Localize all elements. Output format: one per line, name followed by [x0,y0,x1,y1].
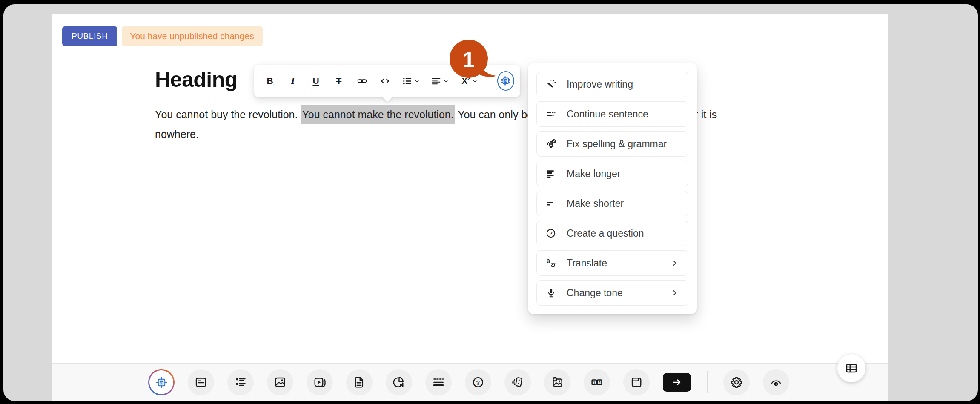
selected-text: You cannot make the revolution. [301,105,455,124]
block-continue-button[interactable] [663,373,691,392]
menu-item-label: Translate [567,258,607,269]
svg-text:a: a [547,258,550,264]
spellcheck-pen-icon [545,138,556,149]
paragraph-text: You cannot buy the revolution. [155,109,301,120]
superscript-button[interactable]: X2 [456,71,483,91]
block-add-image-button[interactable] [544,369,570,395]
superscript-icon: X2 [461,76,470,86]
steps-block-icon: 12 [590,376,603,389]
tab-block-icon [630,376,643,389]
microphone-icon [545,287,556,298]
strikethrough-button[interactable]: T [329,71,349,91]
unpublished-changes-notice: You have unpublished changes [122,26,263,46]
publish-button[interactable]: PUBLISH [62,26,117,46]
block-flashcards-button[interactable] [504,369,531,395]
bold-button[interactable]: B [260,71,280,91]
ai-assistant-button[interactable] [497,71,514,91]
menu-item-create-question[interactable]: ? Create a question [536,221,688,246]
preview-button[interactable] [763,369,789,395]
chevron-down-icon [443,78,449,84]
menu-item-translate[interactable]: a Translate [536,250,688,276]
menu-item-label: Change tone [567,287,623,299]
block-image-button[interactable] [267,369,293,395]
ai-chip-icon [155,375,169,390]
menu-item-improve-writing[interactable]: Improve writing [536,72,688,97]
menu-item-label: Improve writing [567,79,633,90]
link-icon [357,76,367,86]
arrow-right-icon [671,376,683,388]
align-button[interactable] [427,71,453,91]
chevron-down-icon [414,78,420,84]
editor-canvas: PUBLISH You have unpublished changes Hea… [52,14,888,401]
document-heading[interactable]: Heading [155,67,238,92]
bullet-list-button[interactable] [398,71,424,91]
divider-block-icon [432,376,445,389]
menu-item-fix-spelling-grammar[interactable]: Fix spelling & grammar [536,131,688,157]
toolbar-pointer [382,92,392,102]
question-circle-icon: ? [545,228,556,239]
gear-icon [730,376,743,389]
bottombar-divider [707,371,708,393]
link-button[interactable] [352,71,372,91]
chart-block-icon [393,376,405,389]
menu-item-label: Make shorter [567,198,624,209]
format-toolbar: B I U T X2 [254,65,520,97]
list-block-icon [234,376,247,389]
settings-button[interactable] [723,369,750,395]
question-block-icon: ? [472,376,484,389]
translate-icon: a [545,258,556,269]
table-layout-icon [845,362,858,375]
svg-text:?: ? [476,379,480,386]
menu-item-make-shorter[interactable]: Make shorter [536,191,688,216]
menu-item-continue-sentence[interactable]: Continue sentence [536,101,688,127]
block-text-button[interactable] [188,369,214,395]
svg-text:1: 1 [593,381,595,385]
block-video-button[interactable] [307,369,333,395]
make-longer-icon [545,168,556,179]
publish-bar: PUBLISH You have unpublished changes [62,26,263,46]
chevron-right-icon [670,258,679,268]
menu-item-change-tone[interactable]: Change tone [536,280,688,306]
chevron-down-icon [472,78,478,84]
menu-item-label: Create a question [567,228,644,239]
menu-item-make-longer[interactable]: Make longer [536,161,688,186]
align-left-icon [431,76,441,86]
italic-button[interactable]: I [283,71,303,91]
app-window: PUBLISH You have unpublished changes Hea… [3,4,978,401]
bullet-list-icon [402,76,413,86]
add-image-block-icon [551,376,564,389]
video-block-icon [313,376,326,389]
code-icon [380,76,390,86]
strikethrough-icon: T [336,76,342,86]
document-block-icon [353,376,366,389]
menu-item-label: Fix spelling & grammar [567,138,667,150]
flashcards-block-icon [511,376,524,389]
magic-wand-icon [545,79,556,90]
block-chart-button[interactable] [386,369,412,395]
block-divider-button[interactable] [425,369,452,395]
underline-button[interactable]: U [306,71,326,91]
menu-item-label: Continue sentence [567,109,648,120]
block-document-button[interactable] [346,369,373,395]
svg-text:2: 2 [599,381,601,385]
block-ai-generate-button[interactable] [148,369,175,395]
image-block-icon [274,376,287,389]
block-question-button[interactable]: ? [465,369,491,395]
underline-icon: U [312,76,319,86]
text-block-icon [195,376,207,389]
continue-lines-icon [545,109,556,120]
document-paragraph[interactable]: You cannot buy the revolution. You canno… [155,105,879,144]
code-button[interactable] [375,71,395,91]
make-shorter-icon [545,198,556,209]
ai-chip-icon [500,75,512,87]
block-list-button[interactable] [227,369,254,395]
block-tab-button[interactable] [623,369,650,395]
block-steps-button[interactable]: 12 [584,369,610,395]
toolbar-divider [490,72,490,90]
layout-toggle-button[interactable] [837,354,865,382]
block-toolbar: ? 12 [52,363,888,401]
italic-icon: I [291,75,295,86]
paragraph-text-line2: nowhere. [155,128,199,140]
menu-item-label: Make longer [567,168,621,180]
chevron-right-icon [670,288,679,298]
